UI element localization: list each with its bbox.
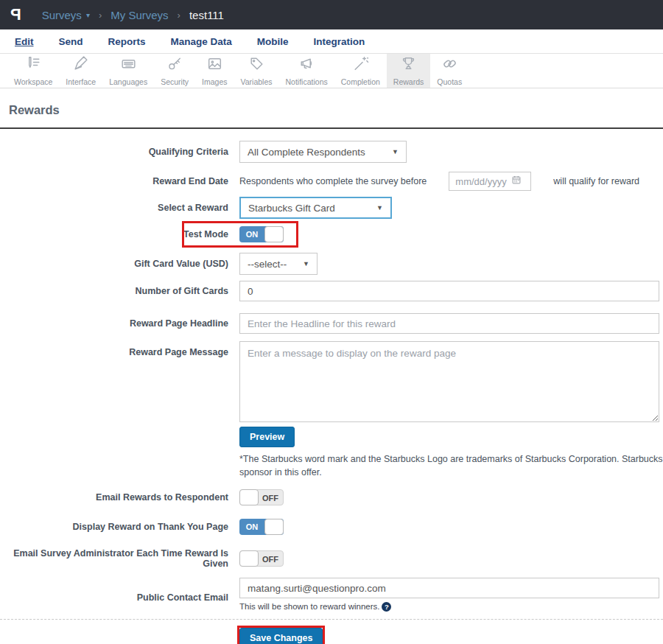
toolbar-item-notifications[interactable]: Notifications (279, 54, 334, 88)
keyboard-icon (119, 55, 138, 76)
toggle-knob (264, 519, 284, 535)
select-reward-value: Starbucks Gift Card (248, 203, 335, 214)
breadcrumb-my-surveys[interactable]: My Surveys (110, 9, 168, 21)
breadcrumb-current-survey: test111 (189, 9, 224, 21)
email-admin-label: Email Survey Administrator Each Time Rew… (0, 548, 228, 569)
reward-end-date-prefix: Respondents who complete the survey befo… (239, 176, 427, 186)
interface-icon (71, 55, 90, 76)
toolbar-item-label: Completion (341, 77, 380, 86)
title-divider (0, 127, 663, 129)
message-label: Reward Page Message (0, 347, 228, 357)
toggle-state-text: ON (239, 519, 264, 535)
calendar-icon[interactable] (511, 175, 522, 188)
breadcrumb-surveys[interactable]: Surveys (42, 9, 82, 21)
save-annotation-box: Save Changes (237, 626, 325, 644)
toolbar-item-label: Workspace (14, 77, 52, 86)
gift-card-value-value: --select-- (248, 259, 287, 270)
toggle-state-text: OFF (258, 490, 283, 506)
magic-wand-icon (351, 55, 370, 76)
toolbar-item-languages[interactable]: Languages (102, 54, 154, 88)
tab-manage-data[interactable]: Manage Data (171, 36, 232, 47)
num-gift-cards-label: Number of Gift Cards (0, 286, 228, 296)
select-caret-icon: ▼ (376, 204, 383, 211)
main-tab-bar: Edit Send Reports Manage Data Mobile Int… (0, 29, 663, 54)
preview-button[interactable]: Preview (239, 427, 295, 447)
reward-end-date-suffix: will qualify for reward (553, 176, 639, 186)
reward-end-date-field[interactable] (449, 172, 531, 191)
toolbar-item-images[interactable]: Images (195, 54, 234, 88)
toolbar-item-quotas[interactable]: Quotas (430, 54, 469, 88)
qualifying-criteria-select[interactable]: All Complete Respondents ▼ (239, 141, 407, 163)
public-email-note: This will be shown to reward winners.? (239, 602, 391, 612)
select-reward-label: Select a Reward (0, 203, 228, 213)
image-icon (206, 55, 224, 76)
toolbar-item-variables[interactable]: Variables (234, 54, 279, 88)
num-gift-cards-input[interactable] (239, 281, 659, 301)
toolbar-item-label: Security (161, 77, 189, 86)
starbucks-disclaimer: *The Starbucks word mark and the Starbuc… (239, 453, 663, 479)
reward-end-date-input[interactable] (455, 176, 511, 187)
tag-icon (248, 55, 266, 76)
select-caret-icon: ▼ (392, 148, 399, 155)
public-email-label: Public Contact Email (0, 592, 228, 603)
gift-card-value-label: Gift Card Value (USD) (0, 259, 228, 269)
toggle-knob (264, 226, 284, 242)
settings-toolbar: Workspace Interface Languages Security I… (0, 54, 663, 88)
toggle-knob (239, 489, 259, 505)
key-icon (166, 55, 184, 76)
page-title: Rewards (9, 103, 663, 117)
display-reward-label: Display Reward on Thank You Page (0, 522, 228, 532)
breadcrumb-separator: › (99, 10, 102, 21)
toolbar-item-label: Images (202, 77, 227, 86)
megaphone-icon (298, 55, 316, 76)
email-rewards-toggle[interactable]: OFF (239, 489, 284, 505)
email-rewards-label: Email Rewards to Respondent (0, 492, 228, 503)
test-mode-label: Test Mode (0, 229, 228, 239)
questionpro-logo-icon[interactable]: P (10, 5, 21, 24)
message-textarea[interactable] (239, 341, 659, 422)
toolbar-item-completion[interactable]: Completion (334, 54, 387, 88)
toggle-state-text: ON (239, 226, 264, 242)
tab-mobile[interactable]: Mobile (257, 36, 289, 47)
public-email-input[interactable] (239, 578, 659, 598)
disclaimer-line-2: sponsor in this offer. (239, 466, 663, 480)
reward-end-date-label: Reward End Date (0, 176, 228, 186)
toggle-state-text: OFF (258, 551, 283, 567)
select-reward-select[interactable]: Starbucks Gift Card ▼ (239, 197, 392, 219)
save-changes-button[interactable]: Save Changes (239, 628, 323, 644)
toolbar-item-label: Languages (109, 77, 147, 86)
tab-integration[interactable]: Integration (314, 36, 365, 47)
breadcrumb-separator: › (178, 10, 180, 21)
toolbar-item-label: Variables (241, 77, 273, 86)
toolbar-item-label: Interface (66, 77, 96, 86)
toolbar-item-label: Quotas (437, 77, 462, 86)
toolbar-item-workspace[interactable]: Workspace (7, 54, 59, 88)
toggle-knob (239, 550, 259, 567)
headline-input[interactable] (239, 313, 659, 334)
gift-card-value-select[interactable]: --select-- ▼ (239, 253, 318, 275)
chevron-down-icon[interactable]: ▾ (86, 11, 90, 19)
select-caret-icon: ▼ (303, 260, 309, 267)
public-email-note-text: This will be shown to reward winners. (239, 602, 379, 611)
dashed-divider (0, 619, 663, 620)
headline-label: Reward Page Headline (0, 318, 228, 329)
toolbar-item-rewards[interactable]: Rewards (387, 54, 430, 88)
chain-links-icon (441, 55, 459, 76)
qualifying-criteria-value: All Complete Respondents (248, 147, 365, 158)
top-navigation-bar: P Surveys ▾ › My Surveys › test111 (0, 0, 663, 29)
disclaimer-line-1: *The Starbucks word mark and the Starbuc… (239, 453, 663, 466)
help-icon[interactable]: ? (382, 602, 391, 612)
tab-edit[interactable]: Edit (15, 36, 34, 47)
qualifying-criteria-label: Qualifying Criteria (0, 147, 228, 157)
test-mode-toggle[interactable]: ON (239, 226, 284, 242)
toolbar-item-interface[interactable]: Interface (59, 54, 102, 88)
toolbar-item-label: Notifications (286, 77, 328, 86)
toolbar-item-label: Rewards (393, 77, 424, 86)
tab-send[interactable]: Send (59, 36, 83, 47)
tab-reports[interactable]: Reports (108, 36, 146, 47)
toolbar-item-security[interactable]: Security (154, 54, 195, 88)
email-admin-toggle[interactable]: OFF (239, 550, 284, 567)
rewards-form: Qualifying Criteria All Complete Respond… (0, 141, 663, 644)
display-reward-toggle[interactable]: ON (239, 519, 284, 535)
workspace-icon (24, 55, 43, 76)
